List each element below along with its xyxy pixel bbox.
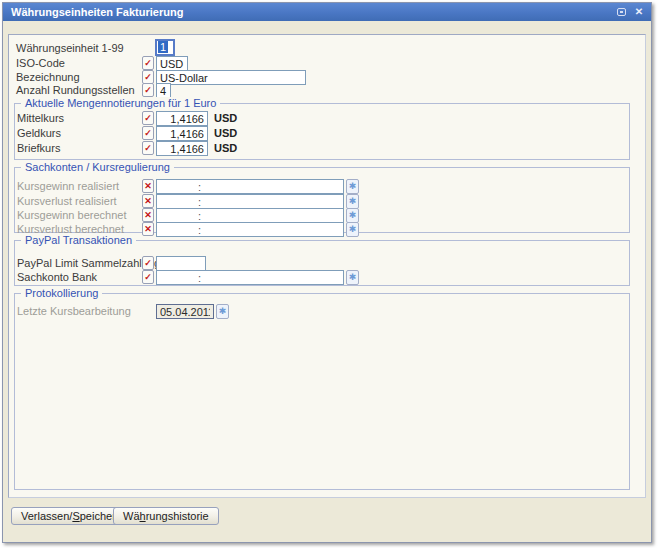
ask-rate-label: Briefkurs bbox=[17, 142, 60, 155]
loss-realized-label: Kursverlust realisiert bbox=[17, 195, 117, 208]
gain-calculated-lookup-button[interactable]: ✱ bbox=[346, 208, 359, 223]
paypal-group-title: PayPal Transaktionen bbox=[21, 234, 136, 247]
gain-calculated-input[interactable] bbox=[156, 208, 344, 223]
bid-rate-currency-suffix: USD bbox=[214, 127, 237, 140]
mid-rate-input[interactable] bbox=[156, 111, 208, 126]
paypal-limit-check-button[interactable]: ✓ bbox=[142, 256, 154, 270]
window-title: Währungseinheiten Fakturierung bbox=[11, 6, 183, 18]
currency-unit-input[interactable]: 1 bbox=[155, 39, 175, 56]
bid-rate-check-button[interactable]: ✓ bbox=[142, 126, 154, 140]
restore-icon bbox=[617, 8, 626, 16]
iso-code-check-button[interactable]: ✓ bbox=[142, 56, 154, 70]
gain-realized-cross-button[interactable]: ✕ bbox=[142, 179, 154, 193]
ask-rate-currency-suffix: USD bbox=[214, 142, 237, 155]
gain-realized-lookup-button[interactable]: ✱ bbox=[346, 179, 359, 194]
accounts-group-title: Sachkonten / Kursregulierung bbox=[21, 161, 174, 174]
rounding-digits-check-button[interactable]: ✓ bbox=[142, 83, 154, 97]
currency-history-button[interactable]: Währungshistorie bbox=[113, 507, 219, 525]
dialog-window: Währungseinheiten Fakturierung ✕ Währung… bbox=[2, 2, 652, 543]
protocol-group: Protokollierung Letzte Kursbearbeitung ✱ bbox=[14, 293, 630, 490]
protocol-group-title: Protokollierung bbox=[21, 287, 102, 300]
bank-account-lookup-button[interactable]: ✱ bbox=[346, 270, 359, 285]
loss-realized-input[interactable] bbox=[156, 194, 344, 209]
iso-code-label: ISO-Code bbox=[16, 57, 65, 70]
bid-rate-label: Geldkurs bbox=[17, 127, 61, 140]
loss-calculated-cross-button[interactable]: ✕ bbox=[142, 222, 154, 236]
bank-account-label: Sachkonto Bank bbox=[17, 271, 97, 284]
close-button[interactable]: ✕ bbox=[632, 6, 646, 18]
gain-realized-label: Kursgewinn realisiert bbox=[17, 180, 119, 193]
currency-unit-value: 1 bbox=[158, 41, 168, 53]
titlebar-controls: ✕ bbox=[614, 6, 646, 18]
bank-account-check-button[interactable]: ✓ bbox=[142, 270, 154, 284]
currency-unit-label: Währungseinheit 1-99 bbox=[16, 42, 124, 55]
mid-rate-currency-suffix: USD bbox=[214, 112, 237, 125]
loss-calculated-input[interactable] bbox=[156, 222, 344, 237]
paypal-limit-input[interactable] bbox=[156, 256, 206, 271]
loss-realized-lookup-button[interactable]: ✱ bbox=[346, 194, 359, 209]
titlebar: Währungseinheiten Fakturierung ✕ bbox=[3, 3, 651, 21]
accounts-group: Sachkonten / Kursregulierung Kursgewinn … bbox=[14, 167, 630, 233]
gain-calculated-label: Kursgewinn berechnet bbox=[17, 209, 126, 222]
close-icon: ✕ bbox=[635, 6, 643, 18]
paypal-group: PayPal Transaktionen PayPal Limit Sammel… bbox=[14, 240, 630, 286]
last-rate-edit-label: Letzte Kursbearbeitung bbox=[17, 305, 131, 318]
bank-account-input[interactable] bbox=[156, 270, 344, 285]
gain-calculated-cross-button[interactable]: ✕ bbox=[142, 208, 154, 222]
rounding-digits-label: Anzahl Rundungsstellen bbox=[16, 84, 135, 97]
description-input[interactable] bbox=[156, 70, 306, 85]
quotes-group-title: Aktuelle Mengennotierungen für 1 Euro bbox=[21, 97, 220, 110]
ask-rate-input[interactable] bbox=[156, 141, 208, 156]
last-rate-edit-lookup-button[interactable]: ✱ bbox=[216, 304, 229, 319]
loss-calculated-lookup-button[interactable]: ✱ bbox=[346, 222, 359, 237]
last-rate-edit-input[interactable] bbox=[156, 304, 214, 319]
loss-realized-cross-button[interactable]: ✕ bbox=[142, 194, 154, 208]
form-panel: Währungseinheit 1-99 1 ISO-Code ✓ Bezeic… bbox=[8, 34, 646, 498]
quotes-group: Aktuelle Mengennotierungen für 1 Euro Mi… bbox=[14, 103, 630, 160]
ask-rate-check-button[interactable]: ✓ bbox=[142, 141, 154, 155]
iso-code-input[interactable] bbox=[156, 56, 188, 71]
paypal-limit-label: PayPal Limit Sammelzahlung bbox=[17, 257, 160, 270]
rounding-digits-input[interactable] bbox=[156, 83, 171, 98]
bid-rate-input[interactable] bbox=[156, 126, 208, 141]
description-label: Bezeichnung bbox=[16, 71, 80, 84]
mid-rate-label: Mittelkurs bbox=[17, 112, 64, 125]
restore-button[interactable] bbox=[614, 6, 628, 18]
mid-rate-check-button[interactable]: ✓ bbox=[142, 111, 154, 125]
description-check-button[interactable]: ✓ bbox=[142, 70, 154, 84]
gain-realized-input[interactable] bbox=[156, 179, 344, 194]
